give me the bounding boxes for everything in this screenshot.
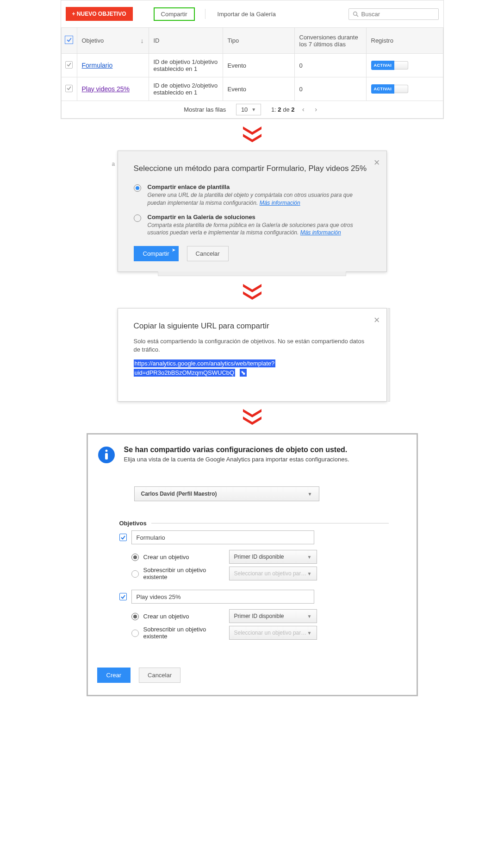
radio-icon[interactable] <box>134 214 141 222</box>
option-create[interactable]: Crear un objetivoPrimer ID disponible▼ <box>131 609 389 623</box>
radio-icon[interactable] <box>134 184 141 192</box>
option-overwrite[interactable]: Sobrescribir un objetivo existenteSelecc… <box>131 626 389 640</box>
option-label: Crear un objetivo <box>143 613 224 620</box>
col-conversiones[interactable]: Conversiones durante los 7 últimos días <box>294 28 366 54</box>
cursor-icon: ⬊ <box>240 369 247 377</box>
search-input[interactable] <box>361 11 439 18</box>
radio-icon[interactable] <box>131 613 139 620</box>
objective-checkbox[interactable] <box>119 534 127 541</box>
dialog-title: Copiar la siguiente URL para compartir <box>134 321 371 331</box>
caret-down-icon: ▼ <box>307 555 312 560</box>
goal-type: Evento <box>223 77 294 101</box>
share-option-gallery[interactable]: Compartir en la Galería de soluciones Co… <box>134 214 371 237</box>
objectives-section-label: Objetivos <box>119 520 389 527</box>
account-view-select[interactable]: Carlos David (Perfil Maestro) ▼ <box>134 486 319 501</box>
more-info-link[interactable]: Más información <box>260 200 300 206</box>
panel-subtext: Elija una vista de la cuenta de Google A… <box>124 456 349 463</box>
pager-range: 1: 2 de 2 <box>271 106 296 113</box>
option-label: Sobrescribir un objetivo existente <box>143 626 224 640</box>
overwrite-select: Seleccionar un objetivo par…▼ <box>229 567 317 580</box>
divider <box>205 9 205 19</box>
check-all-icon[interactable] <box>65 36 73 44</box>
svg-marker-6 <box>243 409 261 417</box>
row-checkbox[interactable] <box>61 77 77 101</box>
objective-block: Crear un objetivoPrimer ID disponible▼So… <box>119 590 389 640</box>
dialog-title: Seleccione un método para compartir Form… <box>134 164 371 173</box>
toolbar: + NUEVO OBJETIVO Compartir Importar de l… <box>61 0 443 27</box>
option-title: Compartir en la Galería de soluciones <box>148 214 371 221</box>
svg-marker-7 <box>243 416 261 425</box>
caret-down-icon: ▼ <box>307 571 312 576</box>
radio-icon[interactable] <box>131 554 139 561</box>
radio-icon[interactable] <box>131 630 139 637</box>
decorative-bg <box>387 308 390 402</box>
svg-marker-5 <box>243 291 261 300</box>
more-info-link[interactable]: Más información <box>300 229 341 236</box>
overwrite-select: Seleccionar un objetivo par…▼ <box>229 626 317 640</box>
rows-per-page-select[interactable]: 10 ▼ <box>236 104 261 115</box>
col-tipo[interactable]: Tipo <box>223 28 294 54</box>
cancel-button[interactable]: Cancelar <box>139 668 180 683</box>
col-registro[interactable]: Registro <box>366 28 443 54</box>
share-method-dialog: × Seleccione un método para compartir Fo… <box>118 151 387 272</box>
goal-id: ID de objetivo 1/objetivo establecido en… <box>149 54 223 77</box>
cancel-button[interactable]: Cancelar <box>187 246 229 261</box>
share-confirm-button[interactable]: Compartir➤ <box>134 246 179 261</box>
svg-marker-4 <box>243 284 261 292</box>
goal-toggle[interactable]: ACTIVAI <box>371 61 409 70</box>
flow-arrow-icon <box>61 126 444 143</box>
close-icon[interactable]: × <box>374 157 380 169</box>
info-icon <box>97 446 116 464</box>
search-icon <box>353 11 359 17</box>
cursor-icon: ➤ <box>172 247 175 252</box>
objective-name-input[interactable] <box>131 530 314 544</box>
new-goal-button[interactable]: + NUEVO OBJETIVO <box>66 7 133 21</box>
option-label: Crear un objetivo <box>143 554 224 561</box>
goal-id: ID de objetivo 2/objetivo establecido en… <box>149 77 223 101</box>
goals-panel: + NUEVO OBJETIVO Compartir Importar de l… <box>61 0 444 119</box>
objective-name-input[interactable] <box>131 590 314 604</box>
dialog-subtext: Solo está compartiendo la configuración … <box>134 337 371 354</box>
goals-table: Objetivo ↓ ID Tipo Conversiones durante … <box>61 27 443 119</box>
col-objetivo[interactable]: Objetivo ↓ <box>77 28 149 54</box>
col-id[interactable]: ID <box>149 28 223 54</box>
goal-id-select[interactable]: Primer ID disponible▼ <box>229 550 317 564</box>
objective-block: Crear un objetivoPrimer ID disponible▼So… <box>119 530 389 580</box>
goal-name-link[interactable]: Formulario <box>82 62 113 69</box>
pager-next-button[interactable]: › <box>312 105 320 113</box>
option-label: Sobrescribir un objetivo existente <box>143 567 224 580</box>
option-desc: Genere una URL de la plantilla del objet… <box>148 191 371 207</box>
svg-marker-2 <box>243 126 261 135</box>
search-input-wrap[interactable] <box>348 8 439 20</box>
panel-title: Se han compartido varias configuraciones… <box>124 446 349 454</box>
row-checkbox[interactable] <box>61 54 77 77</box>
share-url[interactable]: https://analytics.google.com/analytics/w… <box>134 360 276 377</box>
share-option-template[interactable]: Compartir enlace de plantilla Genere una… <box>134 183 371 207</box>
svg-line-1 <box>356 15 358 17</box>
caret-down-icon: ▼ <box>251 107 256 112</box>
close-icon[interactable]: × <box>374 314 380 326</box>
import-gallery-button[interactable]: Importar de la Galería <box>216 8 278 20</box>
goal-id-select[interactable]: Primer ID disponible▼ <box>229 609 317 623</box>
share-url-dialog: × Copiar la siguiente URL para compartir… <box>118 308 387 402</box>
pager-prev-button[interactable]: ‹ <box>299 105 307 113</box>
objective-checkbox[interactable] <box>119 593 127 600</box>
create-button[interactable]: Crear <box>97 668 131 683</box>
caret-down-icon: ▼ <box>307 630 312 636</box>
flow-arrow-icon <box>61 409 444 426</box>
svg-marker-3 <box>243 134 261 142</box>
svg-rect-10 <box>105 453 108 460</box>
caret-down-icon: ▼ <box>307 614 312 619</box>
goal-conversions: 0 <box>294 77 366 101</box>
rows-label: Mostrar las filas <box>184 106 226 113</box>
share-button[interactable]: Compartir <box>154 7 195 21</box>
option-overwrite[interactable]: Sobrescribir un objetivo existenteSelecc… <box>131 567 389 580</box>
select-all-header[interactable] <box>61 28 77 54</box>
option-create[interactable]: Crear un objetivoPrimer ID disponible▼ <box>131 550 389 564</box>
goal-toggle[interactable]: ACTIVAI <box>371 84 409 94</box>
radio-icon[interactable] <box>131 570 139 578</box>
option-title: Compartir enlace de plantilla <box>148 183 371 190</box>
svg-point-9 <box>105 450 107 452</box>
caret-down-icon: ▼ <box>308 492 312 497</box>
goal-name-link[interactable]: Play videos 25% <box>82 85 130 93</box>
